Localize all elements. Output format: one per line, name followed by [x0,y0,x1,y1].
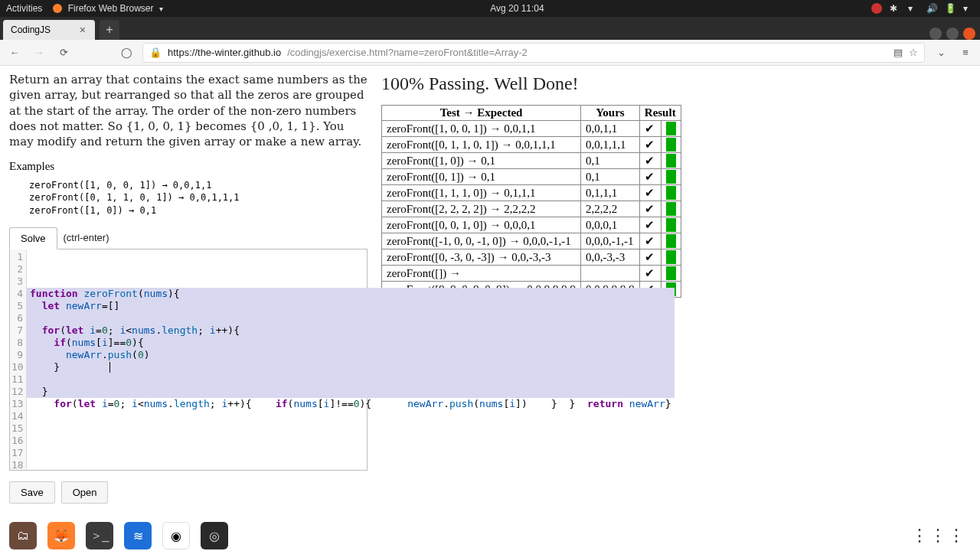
cell-test: zeroFront([0, 1, 1, 0, 1]) → 0,0,1,1,1 [382,137,581,153]
dock-firefox-icon[interactable]: 🦊 [47,522,75,549]
tab-close-icon[interactable]: × [78,24,87,36]
code-editor[interactable]: 123456789101112131415161718 function zer… [9,249,368,471]
table-row: zeroFront([2, 2, 2, 2]) → 2,2,2,22,2,2,2… [382,201,681,217]
code-line[interactable]: } [27,361,675,373]
cell-yours: 0,1 [581,169,640,185]
problem-description: Return an array that contains the exact … [9,72,368,149]
cell-yours: 0,0,1,1 [581,121,640,137]
url-path: /codingjs/exercise.html?name=zeroFront&t… [287,47,528,58]
code-line[interactable]: newArr.push(nums[i]) [371,398,528,409]
cell-test: zeroFront([-1, 0, 0, -1, 0]) → 0,0,0,-1,… [382,233,581,249]
code-line[interactable]: } [528,398,557,409]
tab-title: CodingJS [11,24,51,35]
code-line[interactable]: for(let i=0; i<nums.length; i++){ [42,398,252,409]
save-button[interactable]: Save [9,481,55,504]
code-line[interactable]: } [557,398,575,409]
dock-terminal-icon[interactable]: ＞_ [86,522,113,549]
code-line[interactable] [36,398,42,409]
editor-code[interactable]: function zeroFront(nums){ let newArr=[] … [27,249,675,470]
screencast-icon[interactable] [871,3,882,14]
cell-yours: 0,0,0,-1,-1 [581,233,640,249]
window-minimize-button[interactable] [929,28,942,40]
cell-result [661,169,681,185]
table-row: zeroFront([1, 1, 1, 0]) → 0,1,1,10,1,1,1… [382,185,681,201]
window-maximize-button[interactable] [946,28,959,40]
table-row: zeroFront([1, 0, 0, 1]) → 0,0,1,10,0,1,1… [382,121,681,137]
editor-gutter: 123456789101112131415161718 [10,249,27,470]
gnome-topbar: Activities Firefox Web Browser Avg 20 11… [0,0,980,17]
cell-result [661,201,681,217]
dock-files-icon[interactable]: 🗂 [9,522,37,549]
cell-test: zeroFront([1, 0, 0, 1]) → 0,0,1,1 [382,121,581,137]
result-heading: 100% Passing. Well Done! [381,73,971,94]
text-cursor [109,362,110,373]
ubuntu-dock: 🗂 🦊 ＞_ ≋ ◉ ◎ ⋮⋮⋮ [0,520,980,551]
cell-test: zeroFront([2, 2, 2, 2]) → 2,2,2,2 [382,201,581,217]
address-bar[interactable]: 🔒 https://the-winter.github.io/codingjs/… [142,43,925,63]
window-controls [929,28,980,40]
bluetooth-icon[interactable]: ✱ [890,3,900,14]
code-line[interactable]: for(let i=0; i<nums.length; i++){ [27,324,675,337]
app-menu[interactable]: Firefox Web Browser [53,3,163,14]
activities-button[interactable]: Activities [6,3,42,14]
dock-vscode-icon[interactable]: ≋ [124,522,152,549]
col-result: Result [639,106,681,121]
cell-result [661,137,681,153]
dock-obs-icon[interactable]: ◎ [201,522,228,549]
page-body: Return an array that contains the exact … [0,66,980,520]
battery-icon[interactable]: 🔋 [945,3,956,14]
firefox-tabstrip: CodingJS × + [0,17,980,40]
table-row: zeroFront([0, 0, 1, 0]) → 0,0,0,10,0,0,1… [382,217,681,233]
bookmark-star-icon[interactable]: ☆ [909,47,918,58]
cell-result [661,233,681,249]
shield-icon[interactable]: ◯ [118,44,135,61]
code-line[interactable]: let newArr=[] [27,300,675,312]
open-button[interactable]: Open [61,481,109,504]
code-line[interactable]: return newArr [575,398,665,409]
dock-chrome-icon[interactable]: ◉ [162,522,190,549]
lock-icon: 🔒 [149,47,162,58]
reload-button[interactable]: ⟳ [55,44,72,61]
cell-mark: ✔ [639,233,661,249]
cell-mark: ✔ [639,153,661,169]
cell-mark: ✔ [639,185,661,201]
cell-result [661,217,681,233]
app-menu-icon[interactable]: ≡ [957,47,974,58]
firefox-toolbar: ← → ⟳ ◯ 🔒 https://the-winter.github.io/c… [0,40,980,66]
code-line[interactable]: if(nums[i]==0){ [27,337,675,349]
network-icon[interactable]: ▾ [908,3,919,14]
code-line[interactable] [30,398,36,409]
solve-hint: (ctrl-enter) [64,232,109,243]
solve-button[interactable]: Solve [9,227,57,249]
code-line[interactable] [27,312,675,324]
cell-mark: ✔ [639,121,661,137]
cell-mark: ✔ [639,169,661,185]
clock[interactable]: Avg 20 11:04 [163,3,871,14]
power-icon[interactable]: ▾ [963,3,974,14]
table-row: zeroFront([1, 0]) → 0,10,1✔ [382,153,681,169]
browser-tab[interactable]: CodingJS × [3,20,95,40]
cell-yours: 0,1 [581,153,640,169]
cell-test: zeroFront([0, 1]) → 0,1 [382,169,581,185]
code-line[interactable]: function zeroFront(nums){ [27,288,675,300]
pocket-icon[interactable]: ⌄ [933,47,949,58]
volume-icon[interactable]: 🔊 [926,3,937,14]
cell-yours: 0,0,1,1,1 [581,137,640,153]
dock-apps-grid-icon[interactable]: ⋮⋮⋮ [911,526,966,546]
window-close-button[interactable] [963,28,975,40]
code-line[interactable] [27,373,675,386]
cell-result [661,121,681,137]
cell-result [661,153,681,169]
reader-mode-icon[interactable]: ▤ [893,47,903,58]
col-yours: Yours [581,106,640,121]
url-host: https://the-winter.github.io [168,47,281,58]
code-line[interactable]: newArr.push(0) [27,349,675,361]
back-button[interactable]: ← [6,44,23,61]
code-line[interactable]: if(nums[i]!==0){ [252,398,372,409]
new-tab-button[interactable]: + [100,20,119,40]
code-line[interactable]: } [27,386,675,398]
code-line[interactable]: } [665,398,671,409]
cell-yours: 2,2,2,2 [581,201,640,217]
forward-button[interactable]: → [31,44,47,61]
cell-test: zeroFront([0, 0, 1, 0]) → 0,0,0,1 [382,217,581,233]
